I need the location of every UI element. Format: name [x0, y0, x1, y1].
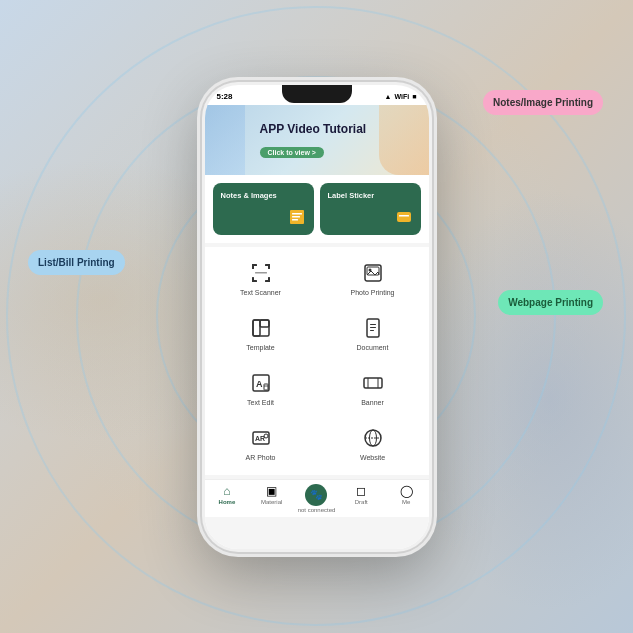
svg-text:A: A	[256, 379, 263, 389]
center-button[interactable]: 🐾	[305, 484, 327, 506]
template-icon	[249, 316, 273, 340]
not-connected-label: not connected	[298, 507, 336, 513]
website-icon	[361, 426, 385, 450]
website-label: Website	[360, 454, 385, 461]
svg-rect-20	[260, 320, 269, 327]
feature-cards-section: Notes & Images Label Sticker	[205, 175, 429, 243]
nav-draft[interactable]: ◻ Draft	[339, 484, 384, 513]
banner-section[interactable]: APP Video Tutorial Click to view >	[205, 105, 429, 175]
text-edit-icon: A	[249, 371, 273, 395]
nav-me[interactable]: ◯ Me	[384, 484, 429, 513]
svg-rect-2	[292, 216, 300, 218]
app-screen[interactable]: APP Video Tutorial Click to view > Notes…	[205, 105, 429, 549]
nav-home[interactable]: ⌂ Home	[205, 484, 250, 513]
svg-rect-1	[292, 213, 302, 215]
text-scanner-label: Text Scanner	[240, 289, 281, 296]
svg-rect-7	[252, 264, 254, 269]
svg-rect-9	[268, 264, 270, 269]
nav-material[interactable]: ▣ Material	[249, 484, 294, 513]
label-sticker-card[interactable]: Label Sticker	[320, 183, 421, 235]
menu-item-text-scanner[interactable]: Text Scanner	[205, 251, 317, 306]
menu-item-website[interactable]: Website	[317, 416, 429, 471]
home-icon: ⌂	[223, 484, 230, 498]
phone-notch	[282, 85, 352, 103]
banner-label: Banner	[361, 399, 384, 406]
svg-rect-29	[364, 378, 382, 388]
notes-images-icon	[221, 208, 306, 229]
menu-item-ar-photo[interactable]: AR AR Photo	[205, 416, 317, 471]
phone-screen: 5:28 ▲ WiFi ■ APP Video Tutorial Click t…	[205, 85, 429, 549]
label-sticker-icon	[328, 208, 413, 229]
draft-icon: ◻	[356, 484, 366, 498]
me-icon: ◯	[400, 484, 413, 498]
notes-images-title: Notes & Images	[221, 191, 306, 200]
banner-decoration-right	[379, 105, 429, 175]
ar-photo-label: AR Photo	[246, 454, 276, 461]
document-label: Document	[357, 344, 389, 351]
photo-printing-label: Photo Printing	[351, 289, 395, 296]
material-icon: ▣	[266, 484, 277, 498]
notes-images-card[interactable]: Notes & Images	[213, 183, 314, 235]
home-label: Home	[219, 499, 236, 505]
menu-item-template[interactable]: Template	[205, 306, 317, 361]
status-icons: ▲ WiFi ■	[385, 93, 417, 100]
banner-button[interactable]: Click to view >	[260, 147, 324, 158]
draft-label: Draft	[355, 499, 368, 505]
banner-decoration-left	[205, 105, 245, 175]
ar-photo-icon: AR	[249, 426, 273, 450]
label-sticker-title: Label Sticker	[328, 191, 413, 200]
svg-rect-14	[255, 272, 267, 274]
svg-rect-19	[253, 320, 260, 336]
svg-rect-27	[264, 384, 268, 390]
menu-item-document[interactable]: Document	[317, 306, 429, 361]
svg-rect-23	[370, 327, 376, 328]
callout-webpage: Webpage Printing	[498, 290, 603, 315]
svg-rect-3	[292, 219, 298, 221]
svg-rect-5	[399, 215, 409, 217]
phone-frame: 5:28 ▲ WiFi ■ APP Video Tutorial Click t…	[202, 82, 432, 552]
grid-menu: Text Scanner Photo Printing	[205, 247, 429, 475]
svg-rect-24	[370, 330, 374, 331]
status-time: 5:28	[217, 92, 233, 101]
banner-icon	[361, 371, 385, 395]
menu-item-photo-printing[interactable]: Photo Printing	[317, 251, 429, 306]
callout-notes-image: Notes/Image Printing	[483, 90, 603, 115]
menu-item-banner[interactable]: Banner	[317, 361, 429, 416]
svg-rect-22	[370, 324, 376, 325]
document-icon	[361, 316, 385, 340]
svg-rect-4	[397, 212, 411, 222]
bottom-nav: ⌂ Home ▣ Material 🐾 not connected ◻ Draf…	[205, 479, 429, 517]
svg-rect-13	[268, 277, 270, 282]
text-scanner-icon	[249, 261, 273, 285]
svg-rect-11	[252, 277, 254, 282]
template-label: Template	[246, 344, 274, 351]
menu-item-text-edit[interactable]: A Text Edit	[205, 361, 317, 416]
material-label: Material	[261, 499, 282, 505]
photo-printing-icon	[361, 261, 385, 285]
callout-list-bill: List/Bill Printing	[28, 250, 125, 275]
nav-center[interactable]: 🐾 not connected	[294, 484, 339, 513]
svg-rect-18	[253, 320, 269, 336]
text-edit-label: Text Edit	[247, 399, 274, 406]
me-label: Me	[402, 499, 410, 505]
